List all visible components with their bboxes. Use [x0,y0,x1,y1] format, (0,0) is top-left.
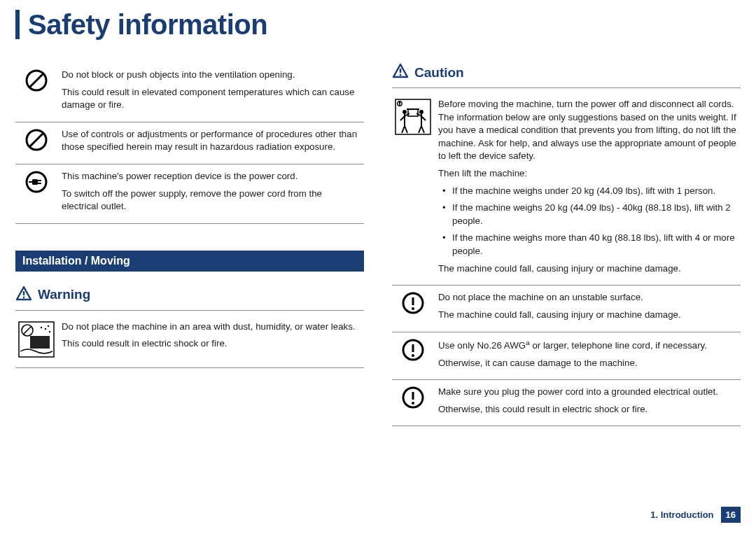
caution-table: Before moving the machine, turn the powe… [392,92,741,426]
table-row: Use only No.26 AWGa or larger, telephone… [392,332,741,380]
lift-bullets: If the machine weighs under 20 kg (44.09… [438,185,736,258]
page-footer: 1. Introduction 16 [650,507,741,523]
table-row: Do not place the machine in an area with… [15,315,364,368]
safety-text: Before moving the machine, turn the powe… [438,98,736,163]
top-safety-table: Do not block or push objects into the ve… [15,63,364,224]
safety-text: Do not place the machine on an unstable … [438,291,736,304]
page-title: Safety information [15,10,741,39]
section-heading-installation: Installation / Moving [15,251,364,272]
chapter-label: 1. Introduction [650,510,713,520]
table-row: This machine's power reception device is… [15,164,364,224]
safety-text: The machine could fall, causing injury o… [438,262,736,276]
prohibit-icon [24,84,48,94]
safety-text: To switch off the power supply, remove t… [62,188,360,213]
plug-icon [24,185,48,196]
table-row: Do not block or push objects into the ve… [15,63,364,122]
list-item: If the machine weighs more than 40 kg (8… [441,232,736,258]
warning-heading: Warning [15,286,364,311]
table-row: Before moving the machine, turn the powe… [392,92,741,286]
lift-people-icon [394,127,432,138]
safety-text: This machine's power reception device is… [62,170,360,183]
page-number: 16 [721,507,741,523]
table-row: Do not place the machine on an unstable … [392,286,741,332]
caution-heading: Caution [392,63,741,88]
content-columns: Do not block or push objects into the ve… [15,63,741,426]
safety-text: Then lift the machine: [438,167,736,181]
caution-label: Caution [414,65,464,80]
dust-hazard-icon [18,350,55,360]
warning-triangle-icon [392,63,409,82]
prohibit-icon [24,143,48,154]
safety-text: Use of controls or adjustments or perfor… [62,128,360,154]
safety-text: The machine could fall, causing injury o… [438,309,736,322]
safety-text: Use only No.26 AWGa or larger, telephone… [438,338,736,353]
safety-text: Do not place the machine in an area with… [62,321,360,334]
warning-label: Warning [38,287,90,302]
warning-table: Do not place the machine in an area with… [15,315,364,369]
table-row: Make sure you plug the power cord into a… [392,380,741,426]
safety-text: Otherwise, this could result in electric… [438,403,736,416]
mandatory-icon [401,353,425,364]
warning-triangle-icon [15,286,32,304]
mandatory-icon [401,307,425,317]
right-column: Caution Before moving the machine, turn … [392,63,741,426]
safety-text: This could result in elevated component … [62,86,360,112]
list-item: If the machine weighs 20 kg (44.09 lbs) … [441,202,736,227]
table-row: Use of controls or adjustments or perfor… [15,122,364,164]
safety-text: Make sure you plug the power cord into a… [438,386,736,399]
safety-text: Otherwise, it can cause damage to the ma… [438,357,736,370]
mandatory-icon [401,401,425,412]
safety-text: Do not block or push objects into the ve… [62,69,360,82]
list-item: If the machine weighs under 20 kg (44.09… [441,185,736,198]
safety-text: This could result in electric shock or f… [62,337,360,351]
left-column: Do not block or push objects into the ve… [15,63,364,426]
